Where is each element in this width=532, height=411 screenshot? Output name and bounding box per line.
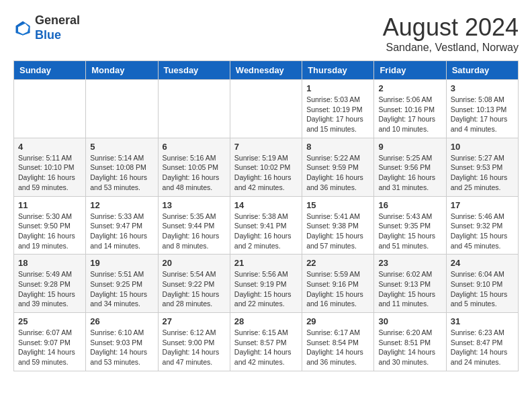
day-number: 8: [306, 142, 369, 152]
calendar-cell: 13Sunrise: 5:35 AM Sunset: 9:44 PM Dayli…: [158, 196, 230, 255]
page-header: General Blue August 2024 Sandane, Vestla…: [13, 13, 519, 54]
cell-content: Sunrise: 5:43 AM Sunset: 9:35 PM Dayligh…: [378, 212, 441, 251]
cell-content: Sunrise: 5:33 AM Sunset: 9:47 PM Dayligh…: [90, 212, 153, 251]
cell-content: Sunrise: 5:27 AM Sunset: 9:53 PM Dayligh…: [451, 153, 514, 193]
location: Sandane, Vestland, Norway: [383, 42, 519, 54]
cell-content: Sunrise: 6:15 AM Sunset: 8:57 PM Dayligh…: [234, 328, 298, 367]
day-number: 15: [306, 200, 369, 210]
day-number: 23: [378, 258, 441, 268]
calendar-cell: 22Sunrise: 5:59 AM Sunset: 9:16 PM Dayli…: [302, 255, 374, 313]
cell-content: Sunrise: 5:11 AM Sunset: 10:10 PM Daylig…: [18, 153, 81, 193]
day-number: 9: [378, 142, 441, 152]
month-year: August 2024: [383, 13, 519, 42]
calendar-cell: 17Sunrise: 5:46 AM Sunset: 9:32 PM Dayli…: [446, 196, 518, 255]
calendar-cell: 12Sunrise: 5:33 AM Sunset: 9:47 PM Dayli…: [86, 196, 158, 255]
day-number: 24: [451, 258, 514, 268]
day-number: 6: [163, 142, 226, 152]
cell-content: Sunrise: 6:10 AM Sunset: 9:03 PM Dayligh…: [90, 328, 153, 367]
calendar-week-row: 25Sunrise: 6:07 AM Sunset: 9:07 PM Dayli…: [14, 313, 519, 371]
day-number: 28: [234, 316, 298, 326]
cell-content: Sunrise: 5:41 AM Sunset: 9:38 PM Dayligh…: [306, 212, 369, 251]
cell-content: Sunrise: 6:20 AM Sunset: 8:51 PM Dayligh…: [378, 328, 441, 367]
calendar-cell: 5Sunrise: 5:14 AM Sunset: 10:08 PM Dayli…: [86, 138, 158, 196]
day-number: 10: [451, 142, 514, 152]
calendar-cell: 18Sunrise: 5:49 AM Sunset: 9:28 PM Dayli…: [14, 255, 86, 313]
cell-content: Sunrise: 6:12 AM Sunset: 9:00 PM Dayligh…: [163, 328, 226, 367]
calendar-week-row: 18Sunrise: 5:49 AM Sunset: 9:28 PM Dayli…: [14, 255, 519, 313]
day-number: 4: [18, 142, 81, 152]
day-header-monday: Monday: [86, 61, 158, 80]
cell-content: Sunrise: 5:19 AM Sunset: 10:02 PM Daylig…: [234, 153, 298, 193]
cell-content: Sunrise: 5:16 AM Sunset: 10:05 PM Daylig…: [163, 153, 226, 193]
calendar-header-row: SundayMondayTuesdayWednesdayThursdayFrid…: [14, 61, 519, 80]
day-number: 31: [451, 316, 514, 326]
calendar-cell: 28Sunrise: 6:15 AM Sunset: 8:57 PM Dayli…: [230, 313, 302, 371]
calendar-cell: 30Sunrise: 6:20 AM Sunset: 8:51 PM Dayli…: [374, 313, 446, 371]
calendar-cell: 27Sunrise: 6:12 AM Sunset: 9:00 PM Dayli…: [158, 313, 230, 371]
logo-general: General: [35, 13, 80, 27]
cell-content: Sunrise: 6:07 AM Sunset: 9:07 PM Dayligh…: [18, 328, 81, 367]
calendar-cell: 15Sunrise: 5:41 AM Sunset: 9:38 PM Dayli…: [302, 196, 374, 255]
cell-content: Sunrise: 5:03 AM Sunset: 10:19 PM Daylig…: [306, 95, 369, 134]
day-header-friday: Friday: [374, 61, 446, 80]
cell-content: Sunrise: 5:14 AM Sunset: 10:08 PM Daylig…: [90, 153, 153, 193]
day-header-wednesday: Wednesday: [230, 61, 302, 80]
cell-content: Sunrise: 5:54 AM Sunset: 9:22 PM Dayligh…: [163, 269, 226, 309]
day-number: 1: [306, 83, 369, 93]
calendar-cell: 6Sunrise: 5:16 AM Sunset: 10:05 PM Dayli…: [158, 138, 230, 196]
calendar-cell: 20Sunrise: 5:54 AM Sunset: 9:22 PM Dayli…: [158, 255, 230, 313]
day-number: 21: [234, 258, 298, 268]
cell-content: Sunrise: 5:38 AM Sunset: 9:41 PM Dayligh…: [234, 212, 298, 251]
calendar-cell: 21Sunrise: 5:56 AM Sunset: 9:19 PM Dayli…: [230, 255, 302, 313]
cell-content: Sunrise: 5:51 AM Sunset: 9:25 PM Dayligh…: [90, 269, 153, 309]
calendar-cell: 9Sunrise: 5:25 AM Sunset: 9:56 PM Daylig…: [374, 138, 446, 196]
calendar-cell: 4Sunrise: 5:11 AM Sunset: 10:10 PM Dayli…: [14, 138, 86, 196]
cell-content: Sunrise: 5:30 AM Sunset: 9:50 PM Dayligh…: [18, 212, 81, 251]
calendar-cell: 25Sunrise: 6:07 AM Sunset: 9:07 PM Dayli…: [14, 313, 86, 371]
calendar-cell: 31Sunrise: 6:23 AM Sunset: 8:47 PM Dayli…: [446, 313, 518, 371]
logo-blue: Blue: [35, 28, 61, 42]
calendar-cell: [14, 80, 86, 138]
calendar-cell: 29Sunrise: 6:17 AM Sunset: 8:54 PM Dayli…: [302, 313, 374, 371]
cell-content: Sunrise: 6:04 AM Sunset: 9:10 PM Dayligh…: [451, 269, 514, 309]
calendar-cell: 14Sunrise: 5:38 AM Sunset: 9:41 PM Dayli…: [230, 196, 302, 255]
cell-content: Sunrise: 5:56 AM Sunset: 9:19 PM Dayligh…: [234, 269, 298, 309]
title-block: August 2024 Sandane, Vestland, Norway: [383, 13, 519, 54]
day-number: 13: [163, 200, 226, 210]
calendar-cell: 10Sunrise: 5:27 AM Sunset: 9:53 PM Dayli…: [446, 138, 518, 196]
day-number: 5: [90, 142, 153, 152]
cell-content: Sunrise: 5:35 AM Sunset: 9:44 PM Dayligh…: [163, 212, 226, 251]
calendar-week-row: 4Sunrise: 5:11 AM Sunset: 10:10 PM Dayli…: [14, 138, 519, 196]
day-number: 16: [378, 200, 441, 210]
cell-content: Sunrise: 5:46 AM Sunset: 9:32 PM Dayligh…: [451, 212, 514, 251]
day-number: 12: [90, 200, 153, 210]
calendar-cell: 2Sunrise: 5:06 AM Sunset: 10:16 PM Dayli…: [374, 80, 446, 138]
day-number: 19: [90, 258, 153, 268]
calendar-cell: 11Sunrise: 5:30 AM Sunset: 9:50 PM Dayli…: [14, 196, 86, 255]
logo-text: General Blue: [35, 13, 80, 42]
day-number: 27: [163, 316, 226, 326]
cell-content: Sunrise: 5:49 AM Sunset: 9:28 PM Dayligh…: [18, 269, 81, 309]
day-number: 3: [451, 83, 514, 93]
day-header-thursday: Thursday: [302, 61, 374, 80]
day-number: 30: [378, 316, 441, 326]
logo: General Blue: [13, 13, 80, 42]
calendar-cell: 23Sunrise: 6:02 AM Sunset: 9:13 PM Dayli…: [374, 255, 446, 313]
day-header-saturday: Saturday: [446, 61, 518, 80]
day-number: 7: [234, 142, 298, 152]
calendar-cell: 16Sunrise: 5:43 AM Sunset: 9:35 PM Dayli…: [374, 196, 446, 255]
calendar-table: SundayMondayTuesdayWednesdayThursdayFrid…: [13, 60, 519, 371]
cell-content: Sunrise: 6:02 AM Sunset: 9:13 PM Dayligh…: [378, 269, 441, 309]
day-number: 29: [306, 316, 369, 326]
day-number: 20: [163, 258, 226, 268]
day-number: 18: [18, 258, 81, 268]
day-number: 11: [18, 200, 81, 210]
calendar-week-row: 11Sunrise: 5:30 AM Sunset: 9:50 PM Dayli…: [14, 196, 519, 255]
calendar-cell: 26Sunrise: 6:10 AM Sunset: 9:03 PM Dayli…: [86, 313, 158, 371]
cell-content: Sunrise: 5:06 AM Sunset: 10:16 PM Daylig…: [378, 95, 441, 134]
calendar-cell: 7Sunrise: 5:19 AM Sunset: 10:02 PM Dayli…: [230, 138, 302, 196]
day-number: 17: [451, 200, 514, 210]
calendar-cell: 3Sunrise: 5:08 AM Sunset: 10:13 PM Dayli…: [446, 80, 518, 138]
calendar-cell: 8Sunrise: 5:22 AM Sunset: 9:59 PM Daylig…: [302, 138, 374, 196]
calendar-cell: [86, 80, 158, 138]
